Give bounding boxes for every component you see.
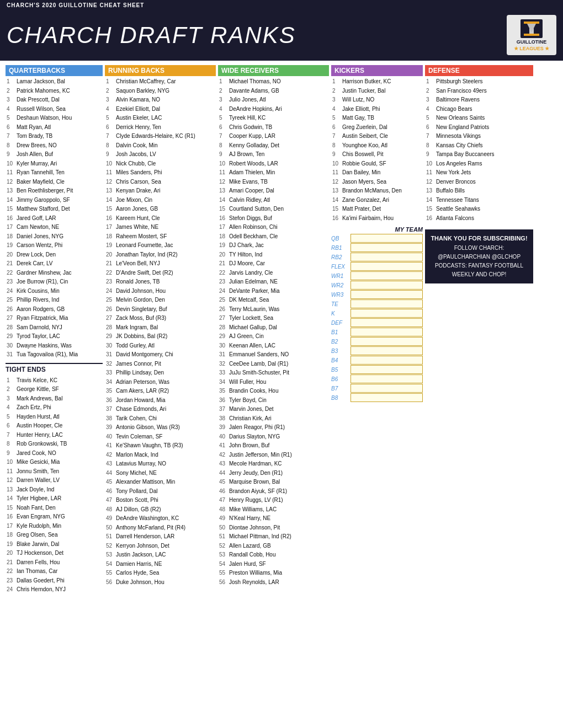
player-num: 8 [7, 142, 17, 150]
slot-input-box[interactable] [350, 262, 423, 271]
list-item: 15Noah Fant, Den [6, 504, 103, 513]
player-name: Kirk Cousins, Min [17, 287, 102, 296]
list-item: 24Kirk Cousins, Min [6, 287, 103, 296]
player-num: 20 [219, 251, 229, 259]
list-item: 49DeAndre Washington, KC [105, 514, 216, 523]
player-num: 24 [7, 586, 17, 594]
list-item: 17James White, NE [105, 223, 216, 232]
my-team-slot: FLEX [331, 262, 423, 271]
player-num: 52 [219, 542, 229, 550]
slot-label: B4 [331, 357, 350, 363]
slot-input-box[interactable] [350, 243, 423, 252]
player-num: 35 [219, 387, 229, 395]
slot-input-box[interactable] [350, 309, 423, 318]
title-text: CHARCH DRAFT RANKS [7, 22, 296, 49]
player-name: Denver Broncos [436, 178, 532, 186]
player-name: Jake Elliott, Phi [342, 105, 422, 114]
list-item: 8Rob Gronkowski, TB [6, 440, 103, 449]
slot-input-box[interactable] [350, 393, 423, 402]
slot-input-box[interactable] [350, 253, 423, 261]
player-num: 52 [106, 542, 116, 550]
player-num: 33 [219, 369, 229, 377]
list-item: 12Denver Broncos [425, 178, 533, 187]
slot-label: RB2 [331, 254, 350, 260]
my-team-slot: WR3 [331, 290, 423, 299]
player-name: Deshaun Watson, Hou [17, 114, 102, 122]
player-name: Jarvis Landry, Cle [229, 269, 328, 277]
list-item: 18Odell Beckham, Cle [218, 232, 329, 242]
player-num: 28 [7, 324, 17, 332]
slot-input-box[interactable] [350, 356, 423, 365]
player-num: 21 [7, 260, 17, 268]
slot-input-box[interactable] [350, 374, 423, 383]
player-name: Lamar Jackson, Bal [17, 78, 102, 86]
player-name: Dallas Goedert, Phi [17, 577, 102, 585]
player-num: 11 [106, 169, 116, 177]
slot-input-box[interactable] [350, 290, 423, 299]
player-num: 22 [7, 568, 17, 576]
slot-input-box[interactable] [350, 299, 423, 308]
player-num: 3 [426, 96, 436, 104]
list-item: 35Cam Akers, LAR (R2) [105, 387, 216, 396]
list-item: 43Latavius Murray, NO [105, 459, 216, 469]
list-item: 16Kareem Hunt, Cle [105, 214, 216, 223]
player-name: Sony Michel, NE [116, 469, 215, 478]
slot-input-box[interactable] [350, 281, 423, 290]
player-name: DeVante Parker, Mia [229, 287, 328, 296]
list-item: 45Marquise Brown, Bal [218, 478, 329, 487]
player-name: CeeDee Lamb, Dal (R1) [229, 360, 328, 368]
slot-input-box[interactable] [350, 337, 423, 346]
slot-input-box[interactable] [350, 328, 423, 336]
slot-input-box[interactable] [350, 384, 423, 393]
player-name: Marvin Jones, Det [229, 405, 328, 414]
list-item: 37Marvin Jones, Det [218, 405, 329, 414]
player-num: 18 [7, 531, 17, 539]
list-item: 11Adam Thielen, Min [218, 168, 329, 178]
player-name: Dan Bailey, Min [342, 169, 422, 177]
player-num: 12 [7, 178, 17, 186]
player-num: 3 [332, 96, 342, 104]
player-num: 6 [426, 124, 436, 132]
player-num: 25 [106, 296, 116, 304]
player-num: 14 [426, 196, 436, 205]
player-num: 31 [219, 351, 229, 359]
player-num: 4 [426, 105, 436, 114]
list-item: 48Mike Williams, LAC [218, 505, 329, 515]
list-item: 6Chris Godwin, TB [218, 123, 329, 132]
player-num: 44 [219, 469, 229, 478]
player-num: 4 [219, 105, 229, 114]
player-num: 7 [7, 431, 17, 440]
player-num: 49 [219, 515, 229, 523]
player-num: 29 [106, 333, 116, 341]
player-name: Duke Johnson, Hou [116, 579, 215, 587]
player-num: 16 [7, 513, 17, 521]
player-name: Jared Goff, LAR [17, 215, 102, 223]
player-name: Tampa Bay Buccaneers [436, 151, 532, 159]
list-item: 3Dak Prescott, Dal [6, 95, 103, 105]
player-num: 23 [7, 278, 17, 286]
my-team-slot: B5 [331, 365, 423, 374]
list-item: 17Allen Robinson, Chi [218, 223, 329, 232]
player-name: David Montgomery, Chi [116, 351, 215, 359]
slot-input-box[interactable] [350, 318, 423, 327]
player-name: Tom Brady, TB [17, 132, 102, 141]
player-name: Ian Thomas, Car [17, 568, 102, 576]
thank-you-line1: THANK YOU FOR SUBSCRIBING! [428, 234, 530, 244]
slot-input-box[interactable] [350, 271, 423, 280]
player-name: Dalvin Cook, Min [116, 142, 215, 150]
slot-input-box[interactable] [350, 365, 423, 374]
player-name: Melvin Gordon, Den [116, 296, 215, 304]
list-item: 44Jerry Jeudy, Den (R1) [218, 469, 329, 478]
player-name: Jason Myers, Sea [342, 178, 422, 186]
slot-input-box[interactable] [350, 346, 423, 355]
main-content: QUARTERBACKS 1Lamar Jackson, Bal2Patrick… [0, 61, 563, 599]
list-item: 24Chris Herndon, NYJ [6, 585, 103, 595]
player-num: 12 [7, 477, 17, 485]
player-name: George Kittle, SF [17, 386, 102, 394]
player-num: 18 [106, 233, 116, 241]
slot-input-box[interactable] [350, 234, 423, 243]
wr-header: WIDE RECEIVERS [218, 65, 329, 76]
player-num: 13 [426, 187, 436, 195]
player-name: Dak Prescott, Dal [17, 96, 102, 104]
list-item: 53Justin Jackson, LAC [105, 550, 216, 560]
